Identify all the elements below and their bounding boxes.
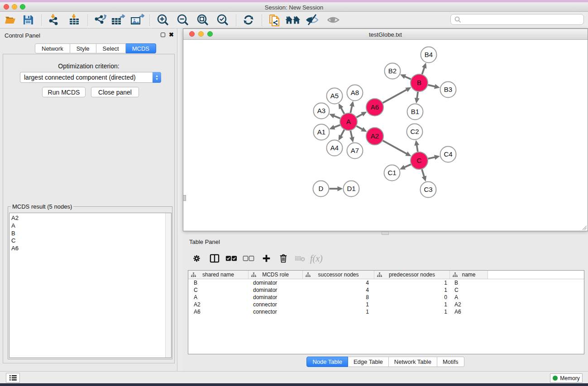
result-item[interactable]: C	[10, 237, 171, 245]
column-header-shared-name[interactable]: shared name	[188, 271, 249, 279]
delete-table-icon[interactable]	[295, 255, 306, 262]
tab-network-table[interactable]: Network Table	[389, 357, 437, 367]
clone-network-icon[interactable]	[268, 14, 281, 26]
table-cell: B	[450, 280, 488, 286]
memory-label: Memory	[560, 375, 579, 381]
export-table-icon[interactable]	[111, 14, 125, 26]
network-graph[interactable]: B4B2BB3A8A5A6A3B1AC2A1A2A4A7C4CC1C3DD1	[183, 40, 588, 231]
toolbar-separator	[236, 14, 236, 26]
main-titlebar[interactable]: Session: New Session	[0, 2, 588, 12]
graph-edge[interactable]	[383, 141, 409, 155]
column-header-label: successor nodes	[318, 272, 359, 278]
zoom-out-icon[interactable]	[176, 14, 190, 26]
memory-button[interactable]: Memory	[550, 373, 583, 383]
tab-edge-table[interactable]: Edge Table	[348, 357, 389, 367]
add-column-icon[interactable]	[262, 254, 271, 263]
column-header-successor-nodes[interactable]: successor nodes	[303, 271, 374, 279]
run-mcds-button[interactable]: Run MCDS	[42, 87, 86, 97]
toolbar-separator	[262, 14, 262, 26]
select-all-icon[interactable]	[225, 255, 237, 262]
control-panel-title: Control Panel	[5, 32, 40, 39]
task-history-button[interactable]	[6, 373, 20, 383]
graph-node-label: A2	[371, 132, 379, 140]
network-window-titlebar[interactable]: testGlobe.txt	[183, 29, 588, 40]
graph-node-label: A4	[330, 144, 339, 152]
tab-motifs[interactable]: Motifs	[437, 357, 464, 367]
function-builder-icon[interactable]: f(x)	[310, 253, 323, 264]
zoom-selected-icon[interactable]	[216, 14, 229, 26]
desktop-wallpaper-strip	[0, 383, 588, 386]
toolbar-separator	[149, 14, 150, 26]
table-row[interactable]: A6connector11A6	[188, 308, 584, 315]
import-table-icon[interactable]	[68, 14, 81, 26]
deselect-all-icon[interactable]	[243, 255, 254, 262]
tab-node-table[interactable]: Node Table	[306, 357, 348, 367]
table-row[interactable]: Bdominator41B	[188, 279, 584, 286]
table-row[interactable]: A2connector11A2	[188, 301, 584, 308]
panel-divider-handle[interactable]	[382, 232, 389, 235]
split-panel-icon[interactable]	[210, 254, 220, 263]
graph-edge-arrowhead	[338, 186, 343, 191]
network-view-window[interactable]: testGlobe.txt B4B2BB3A8A5A6A3B1AC2A1A2A4…	[183, 29, 588, 231]
mcds-result-list[interactable]: A2ABCA6	[9, 213, 172, 358]
optimization-criterion-select[interactable]: largest connected component (directed) ▲…	[20, 72, 161, 83]
table-row[interactable]: Adominator80A	[188, 294, 584, 301]
graph-node-label: C	[417, 157, 422, 164]
column-header-label: predecessor nodes	[389, 272, 435, 278]
open-file-icon[interactable]	[5, 14, 16, 26]
close-panel-icon[interactable]: ✖	[169, 33, 174, 37]
graph-node-label: A1	[317, 128, 325, 136]
table-cell: A2	[188, 301, 249, 308]
table-cell: 8	[303, 294, 374, 300]
mcds-tab-content: Optimization criterion: largest connecte…	[3, 54, 175, 363]
graph-node-label: B1	[411, 108, 419, 115]
save-session-icon[interactable]	[23, 14, 33, 26]
table-cell: A	[188, 294, 249, 300]
node-table[interactable]: shared nameMCDS rolesuccessor nodesprede…	[188, 270, 584, 354]
result-item[interactable]: A6	[10, 245, 171, 253]
graph-edge[interactable]	[383, 89, 409, 103]
tab-style[interactable]: Style	[70, 43, 96, 53]
splitter-nub[interactable]	[183, 195, 186, 201]
table-cell: B	[188, 280, 249, 286]
zoom-fit-icon[interactable]	[196, 14, 210, 26]
close-panel-button[interactable]: Close panel	[91, 87, 139, 97]
show-panel-icon[interactable]	[326, 14, 340, 26]
tab-mcds[interactable]: MCDS	[126, 43, 156, 53]
resize-handle-icon[interactable]	[582, 225, 587, 230]
result-scrollbar[interactable]	[165, 213, 171, 357]
tab-select[interactable]: Select	[96, 43, 126, 53]
graph-node-label: A5	[330, 92, 339, 100]
table-panel-title: Table Panel	[189, 238, 220, 245]
zoom-in-icon[interactable]	[156, 14, 170, 26]
table-row[interactable]: Cdominator41C	[188, 286, 584, 294]
float-panel-icon[interactable]	[161, 33, 165, 37]
table-cell: C	[450, 287, 488, 293]
export-image-icon[interactable]	[130, 14, 144, 26]
graph-edge-arrowhead	[349, 101, 354, 107]
hide-panel-icon[interactable]	[305, 14, 319, 26]
column-header-MCDS-role[interactable]: MCDS role	[249, 271, 303, 279]
search-icon	[454, 16, 461, 23]
column-type-icon	[377, 272, 382, 277]
result-item[interactable]: B	[10, 230, 171, 238]
column-header-predecessor-nodes[interactable]: predecessor nodes	[374, 271, 450, 279]
refresh-layout-icon[interactable]	[242, 14, 255, 26]
result-item[interactable]: A2	[10, 214, 171, 222]
graph-node-label: A7	[351, 147, 359, 154]
export-network-icon[interactable]	[93, 14, 107, 26]
table-panel: Table Panel ✖ f(x) shared nameMCDS roles…	[183, 236, 588, 371]
tab-network[interactable]: Network	[35, 43, 70, 53]
search-input[interactable]	[450, 14, 584, 25]
show-networks-icon[interactable]	[285, 14, 301, 26]
graph-node-label: B4	[425, 51, 433, 58]
column-type-icon	[251, 272, 256, 277]
delete-column-icon[interactable]	[279, 254, 287, 263]
table-cell: connector	[249, 309, 303, 315]
toolbar-separator	[87, 14, 88, 26]
column-header-name[interactable]: name	[450, 271, 488, 279]
import-network-icon[interactable]	[48, 14, 61, 26]
graph-edge-arrowhead	[414, 140, 419, 146]
result-item[interactable]: A	[10, 222, 171, 230]
table-settings-icon[interactable]	[192, 254, 201, 263]
